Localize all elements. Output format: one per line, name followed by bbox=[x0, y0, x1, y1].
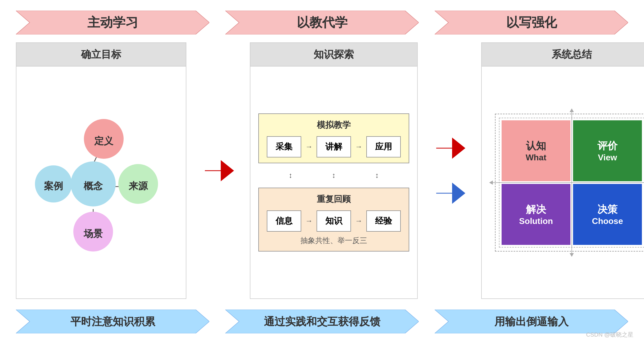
summary-content: 认知 What 评价 View 解决 Solution bbox=[490, 74, 644, 290]
quadrant-wrapper: 认知 What 评价 View 解决 Solution bbox=[495, 114, 644, 252]
h-arrow-left bbox=[489, 180, 493, 185]
svg-text:案例: 案例 bbox=[44, 180, 63, 191]
svg-text:场景: 场景 bbox=[83, 228, 103, 239]
vertical-arrows: ↕ ↕ ↕ bbox=[258, 171, 409, 180]
quad-cognition: 认知 What bbox=[502, 120, 570, 181]
watermark: CSDN @破晓之星 bbox=[586, 331, 633, 339]
v-arrow-3: ↕ bbox=[375, 171, 379, 180]
box3-content: 认知 What 评价 View 解决 Solution bbox=[482, 67, 644, 298]
flow-apply: 应用 bbox=[366, 136, 401, 157]
box1-content: 定义 概念 案例 来源 场景 bbox=[16, 67, 186, 298]
sim-teaching-box: 模拟教学 采集 → 讲解 → 应用 bbox=[258, 113, 409, 163]
v-arrow-top bbox=[570, 108, 574, 112]
box-summary: 系统总结 bbox=[481, 42, 644, 299]
footer-banner-2: 通过实践和交互获得反馈 bbox=[225, 310, 419, 333]
axis-horizontal bbox=[491, 182, 644, 183]
box1-header: 确立目标 bbox=[16, 43, 186, 67]
flow-info: 信息 bbox=[267, 210, 301, 232]
box-knowledge: 知识探索 模拟教学 采集 → 讲解 → 应用 ↕ bbox=[250, 42, 418, 299]
box2-content: 模拟教学 采集 → 讲解 → 应用 ↕ ↕ bbox=[250, 67, 417, 298]
review-title: 重复回顾 bbox=[267, 193, 401, 205]
review-box: 重复回顾 信息 → 知识 → 经验 抽象共性、举一反三 bbox=[258, 188, 409, 252]
box3-header: 系统总结 bbox=[482, 43, 644, 67]
sim-title: 模拟教学 bbox=[267, 119, 401, 131]
quad-choose-label: 决策 bbox=[597, 203, 618, 216]
svg-text:概念: 概念 bbox=[83, 180, 103, 191]
v-arrow-1: ↕ bbox=[289, 171, 292, 180]
quad-cognition-sub: What bbox=[526, 153, 546, 162]
quad-evaluation: 评价 View bbox=[573, 120, 642, 181]
quad-evaluation-label: 评价 bbox=[597, 139, 618, 153]
top-banner-2: 以教代学 bbox=[225, 11, 419, 34]
v-arrow-2: ↕ bbox=[332, 171, 336, 180]
quad-choose-sub: Choose bbox=[592, 216, 623, 226]
concept-map-svg: 定义 概念 案例 来源 场景 bbox=[24, 110, 178, 255]
flow-knowledge: 知识 bbox=[317, 210, 351, 232]
box-establish-goal: 确立目标 定义 概念 案例 bbox=[16, 42, 186, 299]
arrow-sim-2: → bbox=[355, 143, 362, 151]
svg-text:来源: 来源 bbox=[128, 180, 148, 191]
arrow-blue-1 bbox=[436, 181, 463, 205]
quad-solution-label: 解决 bbox=[526, 203, 546, 216]
flow-experience: 经验 bbox=[366, 210, 401, 232]
sim-flow: 采集 → 讲解 → 应用 bbox=[267, 136, 401, 157]
arrow-review-2: → bbox=[355, 217, 362, 225]
footer-banner-3: 用输出倒逼输入 bbox=[435, 310, 628, 333]
box2-header: 知识探索 bbox=[250, 43, 417, 67]
flow-collect: 采集 bbox=[267, 136, 301, 157]
quad-solution: 解决 Solution bbox=[502, 184, 570, 245]
arrow-sim-1: → bbox=[305, 143, 313, 151]
arrows-mid-right bbox=[434, 42, 465, 299]
review-flow: 信息 → 知识 → 经验 bbox=[267, 210, 401, 232]
footer-banner-1: 平时注意知识积累 bbox=[16, 310, 209, 333]
top-banners: 主动学习 以教代学 以写强化 bbox=[16, 11, 628, 34]
concept-map: 定义 概念 案例 来源 场景 bbox=[24, 74, 178, 290]
v-arrow-bottom bbox=[570, 253, 574, 257]
quad-evaluation-sub: View bbox=[598, 153, 617, 162]
top-banner-3: 以写强化 bbox=[435, 11, 628, 34]
main-content-row: 确立目标 定义 概念 案例 bbox=[16, 42, 628, 299]
review-abstract: 抽象共性、举一反三 bbox=[267, 236, 401, 246]
top-banner-1: 主动学习 bbox=[16, 11, 209, 34]
quad-solution-sub: Solution bbox=[519, 216, 553, 226]
arrow-red-1 bbox=[202, 42, 234, 299]
arrow-red-2 bbox=[436, 136, 463, 160]
quad-cognition-label: 认知 bbox=[526, 139, 546, 153]
arrow-review-1: → bbox=[305, 217, 313, 225]
bottom-banners: 平时注意知识积累 通过实践和交互获得反馈 用输出倒逼输入 bbox=[16, 310, 628, 333]
svg-text:定义: 定义 bbox=[94, 135, 114, 146]
flow-explain: 讲解 bbox=[317, 136, 351, 157]
quad-choose: 决策 Choose bbox=[573, 184, 642, 245]
knowledge-content: 模拟教学 采集 → 讲解 → 应用 ↕ ↕ bbox=[258, 74, 409, 290]
